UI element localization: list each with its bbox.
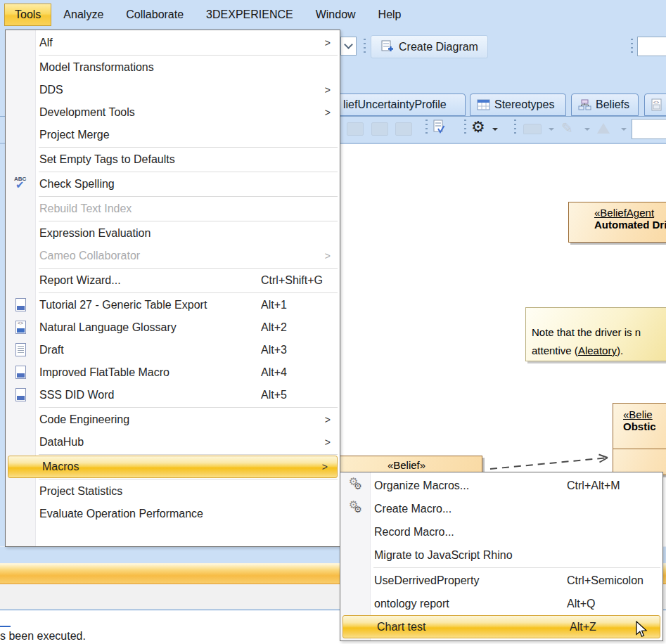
menu-item-model-transformations[interactable]: Model Transformations: [6, 56, 340, 79]
search-input[interactable]: [637, 37, 666, 56]
menu-item-project-merge[interactable]: Project Merge: [6, 124, 340, 146]
menu-item-rebuild-text-index[interactable]: Rebuild Text Index: [6, 198, 340, 220]
menu-separator: [39, 407, 338, 408]
menu-item-cameo-collaborator[interactable]: Cameo Collaborator>: [6, 245, 340, 267]
menu-item-set-empty-tags-to-defaults[interactable]: Set Empty Tags to Defaults: [6, 148, 340, 171]
menubar-item-collaborate[interactable]: Collaborate: [115, 4, 194, 26]
menu-item-chart-test[interactable]: Chart testAlt+Z: [342, 615, 660, 638]
menubar-item-analyze[interactable]: Analyze: [53, 4, 114, 26]
stamp-tool-icon[interactable]: [523, 124, 542, 134]
dropdown-caret[interactable]: [549, 128, 554, 131]
menu-separator: [39, 196, 338, 197]
menu-item-label: Macros: [42, 461, 79, 473]
menu-item-organize-macros[interactable]: ⚙⚙Organize Macros...Ctrl+Alt+M: [340, 474, 662, 497]
diagram-icon: [578, 99, 591, 110]
menu-item-natural-language-glossary[interactable]: Natural Language GlossaryAlt+2: [6, 316, 340, 339]
link-underline-fragment[interactable]: [0, 626, 11, 627]
menu-item-improved-flattable-macro[interactable]: Improved FlatTable MacroAlt+4: [6, 361, 340, 384]
menubar-item-tools[interactable]: Tools: [4, 4, 51, 26]
menu-item-code-engineering[interactable]: Code Engineering>: [6, 408, 340, 431]
belief-agent-box[interactable]: «BeliefAgent Automated Dri: [568, 202, 666, 243]
menu-item-draft[interactable]: DraftAlt+3: [6, 339, 340, 361]
dropdown-caret[interactable]: [621, 128, 627, 131]
menu-item-development-tools[interactable]: Development Tools>: [6, 101, 340, 124]
menu-item-datahub[interactable]: DataHub>: [6, 431, 340, 453]
menu-item-report-wizard[interactable]: Report Wizard...Ctrl+Shift+G: [6, 269, 340, 292]
menu-item-shortcut: Alt+3: [261, 344, 287, 356]
menu-separator: [39, 172, 338, 172]
menu-item-migrate-to-javascript-rhino[interactable]: Migrate to JavaScript Rhino: [340, 543, 662, 567]
aleatory-link[interactable]: Aleatory: [578, 344, 617, 356]
menu-item-shortcut: Ctrl+Semicolon: [567, 574, 643, 587]
tab-beliefs[interactable]: Beliefs: [571, 94, 639, 116]
toolbar-drag-handle[interactable]: [514, 120, 516, 136]
menubar-item-3dexperience[interactable]: 3DEXPERIENCE: [196, 4, 304, 26]
tab-label: Beliefs: [596, 98, 629, 111]
menu-item-label: Model Transformations: [39, 61, 154, 74]
menu-item-icon-cell: ⚙⚙: [340, 479, 373, 493]
image-tool-icon[interactable]: [371, 122, 388, 136]
tab-stereotypes[interactable]: Stereotypes: [470, 94, 566, 116]
menu-item-check-spelling[interactable]: ABC✔Check Spelling: [6, 173, 340, 195]
menu-item-sss-did-word[interactable]: SSS DID WordAlt+5: [6, 384, 340, 406]
menu-item-dds[interactable]: DDS>: [6, 79, 340, 101]
gears-icon: ⚙⚙: [348, 502, 365, 516]
toolbar-drag-handle[interactable]: [425, 120, 428, 136]
zoom-combo-input[interactable]: [632, 119, 666, 139]
validation-doc-icon[interactable]: [433, 120, 445, 138]
tab-liefuncertaintyprofile[interactable]: liefUncertaintyProfile: [325, 94, 466, 116]
menu-item-label: Record Macro...: [374, 526, 454, 539]
create-diagram-button[interactable]: Create Diagram: [371, 35, 488, 58]
tab-partial[interactable]: <>: [644, 94, 666, 116]
pencil-tool-icon[interactable]: ✎: [561, 121, 573, 135]
menu-item-evaluate-operation-performance[interactable]: Evaluate Operation Performance: [6, 503, 340, 525]
gear-icon[interactable]: ⚙: [471, 120, 485, 135]
belief-right-name: Obstic: [623, 420, 666, 432]
grid-tool-icon[interactable]: [347, 122, 364, 136]
menu-item-shortcut: Alt+4: [261, 366, 287, 379]
menu-item-ontology-report[interactable]: ontology reportAlt+Q: [340, 592, 662, 615]
submenu-arrow-icon: >: [322, 461, 328, 472]
text-doc-icon: [13, 343, 30, 357]
menu-item-label: Project Merge: [39, 129, 110, 141]
menu-separator: [39, 55, 338, 56]
menu-item-record-macro[interactable]: Record Macro...: [340, 520, 662, 543]
toolbar-drag-handle[interactable]: [631, 39, 633, 55]
menu-item-tutorial-27-generic-table-export[interactable]: Tutorial 27 - Generic Table ExportAlt+1: [6, 294, 340, 316]
notification-text: s been executed.: [0, 630, 86, 643]
menubar-item-window[interactable]: Window: [305, 4, 366, 26]
menu-item-label: Rebuild Text Index: [39, 202, 132, 215]
note-line2: attentive (Aleatory).: [532, 342, 666, 360]
menu-item-macros[interactable]: Macros>: [8, 456, 338, 478]
menu-item-shortcut: Alt+Q: [567, 598, 595, 610]
screen-tool-icon[interactable]: [395, 122, 412, 136]
menu-item-label: ontology report: [374, 598, 449, 610]
menu-item-shortcut: Alt+5: [261, 389, 287, 401]
menu-separator: [39, 479, 338, 479]
dropdown-caret[interactable]: [584, 128, 590, 131]
combo-dropdown-button[interactable]: [340, 37, 357, 56]
tab-label: liefUncertaintyProfile: [343, 98, 447, 111]
menu-item-label: SSS DID Word: [39, 389, 114, 401]
menu-item-create-macro[interactable]: ⚙⚙Create Macro...: [340, 497, 662, 520]
belief-right-box[interactable]: «Belie Obstic: [613, 403, 666, 475]
menu-item-shortcut: Alt+Z: [570, 621, 596, 633]
toolbar-drag-handle[interactable]: [464, 120, 466, 136]
note-box[interactable]: Note that the driver is n attentive (Ale…: [525, 307, 666, 361]
submenu-arrow-icon: >: [325, 84, 331, 96]
menu-item-expression-evaluation[interactable]: Expression Evaluation: [6, 222, 340, 245]
spellcheck-icon: ABC✔: [13, 177, 30, 191]
menubar-item-help[interactable]: Help: [368, 4, 412, 26]
menu-item-label: UseDerrivedProperty: [374, 574, 479, 587]
gear-dropdown-caret[interactable]: [492, 128, 498, 131]
menu-item-label: Set Empty Tags to Defaults: [39, 153, 175, 166]
menu-item-project-statistics[interactable]: Project Statistics: [6, 480, 340, 503]
word-doc-icon: [13, 366, 30, 380]
cone-tool-icon[interactable]: [597, 123, 610, 134]
submenu-arrow-icon: >: [325, 107, 331, 118]
menu-item-icon-cell: [6, 321, 38, 335]
menu-item-usederrivedproperty[interactable]: UseDerrivedPropertyCtrl+Semicolon: [340, 569, 662, 592]
toolbar-drag-handle[interactable]: [364, 39, 366, 55]
menu-item-alf[interactable]: Alf>: [6, 32, 340, 54]
menu-item-label: DataHub: [39, 436, 84, 449]
